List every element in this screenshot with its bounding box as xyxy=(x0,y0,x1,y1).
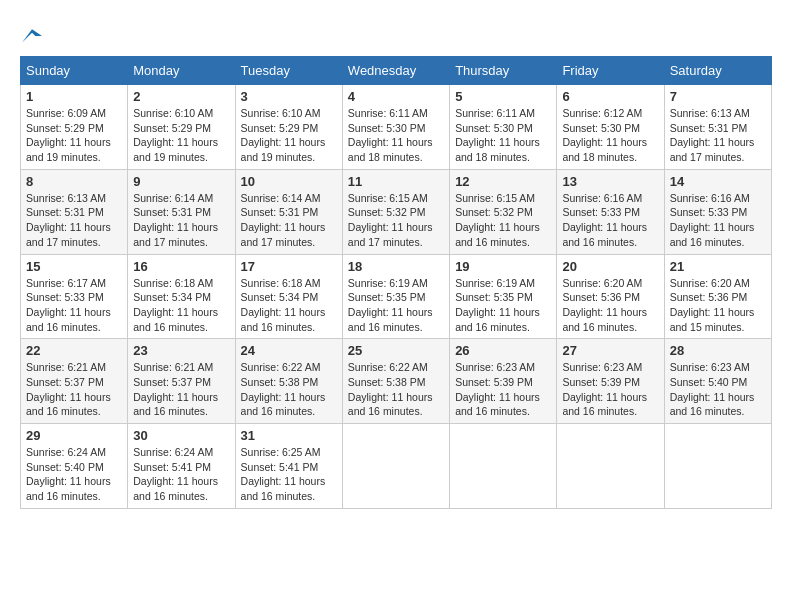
day-info: Sunrise: 6:18 AMSunset: 5:34 PMDaylight:… xyxy=(241,276,337,335)
logo xyxy=(20,20,42,46)
day-number: 25 xyxy=(348,343,444,358)
day-info: Sunrise: 6:23 AMSunset: 5:39 PMDaylight:… xyxy=(562,360,658,419)
day-number: 20 xyxy=(562,259,658,274)
calendar-cell: 1Sunrise: 6:09 AMSunset: 5:29 PMDaylight… xyxy=(21,85,128,170)
day-info: Sunrise: 6:25 AMSunset: 5:41 PMDaylight:… xyxy=(241,445,337,504)
day-number: 12 xyxy=(455,174,551,189)
day-info: Sunrise: 6:13 AMSunset: 5:31 PMDaylight:… xyxy=(26,191,122,250)
day-info: Sunrise: 6:24 AMSunset: 5:41 PMDaylight:… xyxy=(133,445,229,504)
calendar-cell: 27Sunrise: 6:23 AMSunset: 5:39 PMDayligh… xyxy=(557,339,664,424)
day-of-week-header: Saturday xyxy=(664,57,771,85)
day-number: 4 xyxy=(348,89,444,104)
calendar-cell: 12Sunrise: 6:15 AMSunset: 5:32 PMDayligh… xyxy=(450,169,557,254)
calendar-cell xyxy=(664,424,771,509)
calendar-cell: 22Sunrise: 6:21 AMSunset: 5:37 PMDayligh… xyxy=(21,339,128,424)
calendar-cell: 3Sunrise: 6:10 AMSunset: 5:29 PMDaylight… xyxy=(235,85,342,170)
day-of-week-header: Thursday xyxy=(450,57,557,85)
day-info: Sunrise: 6:09 AMSunset: 5:29 PMDaylight:… xyxy=(26,106,122,165)
day-number: 3 xyxy=(241,89,337,104)
day-info: Sunrise: 6:14 AMSunset: 5:31 PMDaylight:… xyxy=(133,191,229,250)
day-number: 17 xyxy=(241,259,337,274)
day-number: 22 xyxy=(26,343,122,358)
day-info: Sunrise: 6:21 AMSunset: 5:37 PMDaylight:… xyxy=(26,360,122,419)
page-header xyxy=(20,20,772,46)
day-number: 15 xyxy=(26,259,122,274)
calendar-cell: 18Sunrise: 6:19 AMSunset: 5:35 PMDayligh… xyxy=(342,254,449,339)
day-of-week-header: Wednesday xyxy=(342,57,449,85)
day-info: Sunrise: 6:11 AMSunset: 5:30 PMDaylight:… xyxy=(348,106,444,165)
day-number: 29 xyxy=(26,428,122,443)
day-info: Sunrise: 6:20 AMSunset: 5:36 PMDaylight:… xyxy=(562,276,658,335)
day-number: 19 xyxy=(455,259,551,274)
day-number: 8 xyxy=(26,174,122,189)
calendar-cell: 7Sunrise: 6:13 AMSunset: 5:31 PMDaylight… xyxy=(664,85,771,170)
day-number: 2 xyxy=(133,89,229,104)
calendar-cell: 14Sunrise: 6:16 AMSunset: 5:33 PMDayligh… xyxy=(664,169,771,254)
day-number: 5 xyxy=(455,89,551,104)
day-info: Sunrise: 6:21 AMSunset: 5:37 PMDaylight:… xyxy=(133,360,229,419)
calendar-cell: 11Sunrise: 6:15 AMSunset: 5:32 PMDayligh… xyxy=(342,169,449,254)
calendar-cell: 26Sunrise: 6:23 AMSunset: 5:39 PMDayligh… xyxy=(450,339,557,424)
calendar-cell: 19Sunrise: 6:19 AMSunset: 5:35 PMDayligh… xyxy=(450,254,557,339)
day-number: 24 xyxy=(241,343,337,358)
day-info: Sunrise: 6:10 AMSunset: 5:29 PMDaylight:… xyxy=(241,106,337,165)
calendar-cell: 9Sunrise: 6:14 AMSunset: 5:31 PMDaylight… xyxy=(128,169,235,254)
day-number: 14 xyxy=(670,174,766,189)
calendar-cell: 10Sunrise: 6:14 AMSunset: 5:31 PMDayligh… xyxy=(235,169,342,254)
day-number: 11 xyxy=(348,174,444,189)
svg-marker-0 xyxy=(22,29,42,42)
day-number: 16 xyxy=(133,259,229,274)
day-number: 27 xyxy=(562,343,658,358)
calendar-cell: 24Sunrise: 6:22 AMSunset: 5:38 PMDayligh… xyxy=(235,339,342,424)
day-info: Sunrise: 6:19 AMSunset: 5:35 PMDaylight:… xyxy=(455,276,551,335)
day-info: Sunrise: 6:15 AMSunset: 5:32 PMDaylight:… xyxy=(455,191,551,250)
day-info: Sunrise: 6:12 AMSunset: 5:30 PMDaylight:… xyxy=(562,106,658,165)
calendar-cell: 16Sunrise: 6:18 AMSunset: 5:34 PMDayligh… xyxy=(128,254,235,339)
calendar-cell: 17Sunrise: 6:18 AMSunset: 5:34 PMDayligh… xyxy=(235,254,342,339)
day-number: 30 xyxy=(133,428,229,443)
day-info: Sunrise: 6:20 AMSunset: 5:36 PMDaylight:… xyxy=(670,276,766,335)
calendar-cell xyxy=(450,424,557,509)
calendar-cell: 13Sunrise: 6:16 AMSunset: 5:33 PMDayligh… xyxy=(557,169,664,254)
day-info: Sunrise: 6:22 AMSunset: 5:38 PMDaylight:… xyxy=(241,360,337,419)
day-info: Sunrise: 6:15 AMSunset: 5:32 PMDaylight:… xyxy=(348,191,444,250)
day-info: Sunrise: 6:13 AMSunset: 5:31 PMDaylight:… xyxy=(670,106,766,165)
day-number: 9 xyxy=(133,174,229,189)
day-info: Sunrise: 6:11 AMSunset: 5:30 PMDaylight:… xyxy=(455,106,551,165)
calendar-cell: 23Sunrise: 6:21 AMSunset: 5:37 PMDayligh… xyxy=(128,339,235,424)
calendar-cell: 8Sunrise: 6:13 AMSunset: 5:31 PMDaylight… xyxy=(21,169,128,254)
day-of-week-header: Friday xyxy=(557,57,664,85)
day-info: Sunrise: 6:14 AMSunset: 5:31 PMDaylight:… xyxy=(241,191,337,250)
calendar-cell: 15Sunrise: 6:17 AMSunset: 5:33 PMDayligh… xyxy=(21,254,128,339)
day-number: 23 xyxy=(133,343,229,358)
day-number: 18 xyxy=(348,259,444,274)
calendar-table: SundayMondayTuesdayWednesdayThursdayFrid… xyxy=(20,56,772,509)
calendar-cell: 20Sunrise: 6:20 AMSunset: 5:36 PMDayligh… xyxy=(557,254,664,339)
calendar-cell xyxy=(557,424,664,509)
calendar-cell: 4Sunrise: 6:11 AMSunset: 5:30 PMDaylight… xyxy=(342,85,449,170)
day-info: Sunrise: 6:18 AMSunset: 5:34 PMDaylight:… xyxy=(133,276,229,335)
day-number: 31 xyxy=(241,428,337,443)
day-info: Sunrise: 6:10 AMSunset: 5:29 PMDaylight:… xyxy=(133,106,229,165)
day-info: Sunrise: 6:17 AMSunset: 5:33 PMDaylight:… xyxy=(26,276,122,335)
day-info: Sunrise: 6:24 AMSunset: 5:40 PMDaylight:… xyxy=(26,445,122,504)
calendar-cell: 29Sunrise: 6:24 AMSunset: 5:40 PMDayligh… xyxy=(21,424,128,509)
day-number: 10 xyxy=(241,174,337,189)
calendar-cell: 2Sunrise: 6:10 AMSunset: 5:29 PMDaylight… xyxy=(128,85,235,170)
calendar-cell: 5Sunrise: 6:11 AMSunset: 5:30 PMDaylight… xyxy=(450,85,557,170)
day-of-week-header: Sunday xyxy=(21,57,128,85)
day-info: Sunrise: 6:16 AMSunset: 5:33 PMDaylight:… xyxy=(670,191,766,250)
day-number: 1 xyxy=(26,89,122,104)
day-number: 13 xyxy=(562,174,658,189)
calendar-cell: 30Sunrise: 6:24 AMSunset: 5:41 PMDayligh… xyxy=(128,424,235,509)
day-of-week-header: Tuesday xyxy=(235,57,342,85)
day-number: 26 xyxy=(455,343,551,358)
day-number: 7 xyxy=(670,89,766,104)
calendar-cell: 6Sunrise: 6:12 AMSunset: 5:30 PMDaylight… xyxy=(557,85,664,170)
day-info: Sunrise: 6:22 AMSunset: 5:38 PMDaylight:… xyxy=(348,360,444,419)
day-info: Sunrise: 6:23 AMSunset: 5:40 PMDaylight:… xyxy=(670,360,766,419)
day-number: 6 xyxy=(562,89,658,104)
calendar-cell xyxy=(342,424,449,509)
calendar-cell: 21Sunrise: 6:20 AMSunset: 5:36 PMDayligh… xyxy=(664,254,771,339)
day-info: Sunrise: 6:23 AMSunset: 5:39 PMDaylight:… xyxy=(455,360,551,419)
